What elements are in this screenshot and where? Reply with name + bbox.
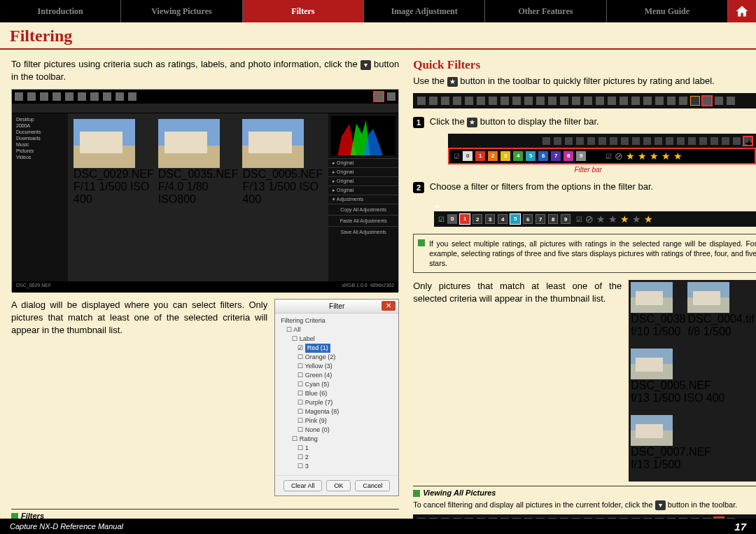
- right-column: Quick Filters Use the ★ button in the to…: [413, 58, 756, 534]
- toolbar-screenshot-1: [413, 93, 756, 108]
- page-number: 17: [734, 521, 746, 533]
- star-icon: ★: [447, 77, 458, 87]
- star-icon-2: ★: [467, 118, 477, 127]
- step-2: 2 Choose a filter or filters from the op…: [413, 181, 756, 193]
- ss-folder-tree: Desktop2000ADocumentsDownloadsMusicPictu…: [12, 113, 68, 281]
- dialog-close-icon[interactable]: ✕: [382, 301, 396, 311]
- multiple-ratings-note: If you select multiple ratings, all pict…: [413, 234, 756, 273]
- tab-introduction[interactable]: Introduction: [0, 0, 121, 22]
- step-1: 1 Click the ★ button to display the filt…: [413, 115, 756, 128]
- dialog-titlebar: Filter ✕: [275, 300, 398, 314]
- qf-intro: Use the ★ button in the toolbar to quick…: [413, 75, 756, 87]
- dialog-clear-button[interactable]: Clear All: [284, 480, 323, 491]
- home-button[interactable]: [728, 0, 756, 22]
- page-title: Filtering: [0, 22, 756, 48]
- title-rule: [0, 48, 756, 50]
- ss-toolbar: [12, 90, 398, 104]
- dialog-buttons: Clear All OK Cancel: [275, 475, 398, 496]
- quick-filters-heading: Quick Filters: [413, 58, 756, 72]
- intro-text: To filter pictures using criteria such a…: [11, 58, 399, 83]
- filter-bar-caption: Filter bar: [413, 166, 756, 174]
- filtered-thumbnails: DSC_0038f/10 1/500 DSC_0004.tiff/8 1/500…: [629, 280, 756, 482]
- filter-icon: ▾: [360, 60, 371, 70]
- filter-dialog: Filter ✕ Filtering Criteria ☐ All ☐ Labe…: [274, 299, 399, 496]
- dialog-cancel-button[interactable]: Cancel: [355, 480, 390, 491]
- dialog-title: Filter: [329, 302, 344, 310]
- star-icon-highlight: ★: [744, 137, 752, 145]
- viewing-all-header: Viewing All Pictures: [413, 488, 756, 498]
- tab-other-features[interactable]: Other Features: [485, 0, 606, 22]
- step-1-number: 1: [413, 117, 424, 128]
- dialog-ok-button[interactable]: OK: [326, 480, 351, 491]
- filter-bar: ☑ 0123456789 ☑ ⊘★★★★★: [448, 148, 756, 164]
- tab-bar: Introduction Viewing Pictures Filters Im…: [0, 0, 756, 22]
- tab-viewing-pictures[interactable]: Viewing Pictures: [121, 0, 242, 22]
- filter-icon-2: ▾: [655, 500, 666, 510]
- viewing-all-note: Viewing All Pictures To cancel filtering…: [413, 486, 756, 510]
- page-footer: Capture NX-D Reference Manual 17: [0, 519, 756, 534]
- dialog-group-label: Filtering Criteria: [275, 314, 398, 325]
- step-2-number: 2: [413, 182, 424, 193]
- ss-thumbnail-area: DSC_0029.NEFF/11 1/500 ISO 400 DSC_0035.…: [68, 113, 328, 281]
- app-screenshot: Desktop2000ADocumentsDownloadsMusicPictu…: [11, 89, 399, 292]
- intro-text-a: To filter pictures using criteria such a…: [11, 59, 360, 69]
- filter-bar-screenshot-2: ★ ☑ 0123456789 ☑ ⊘★★★★★: [434, 199, 756, 227]
- dialog-tree: ☐ All ☐ Label ☑ Red (1) ☐ Orange (2) ☐ Y…: [275, 325, 398, 475]
- filter-bar-screenshot: ★ ☑ 0123456789 ☑ ⊘★★★★★: [448, 134, 756, 164]
- tab-menu-guide[interactable]: Menu Guide: [607, 0, 728, 22]
- tab-image-adjustment[interactable]: Image Adjustment: [364, 0, 485, 22]
- tab-filters[interactable]: Filters: [243, 0, 364, 22]
- filter-button-highlight: [374, 92, 383, 101]
- left-column: To filter pictures using criteria such a…: [11, 58, 399, 534]
- ss-histogram-panel: ▸ Original▸ Original▸ Original▸ Original…: [328, 113, 398, 281]
- manual-title: Capture NX-D Reference Manual: [10, 522, 123, 531]
- quick-filter-button-highlight: [703, 97, 711, 105]
